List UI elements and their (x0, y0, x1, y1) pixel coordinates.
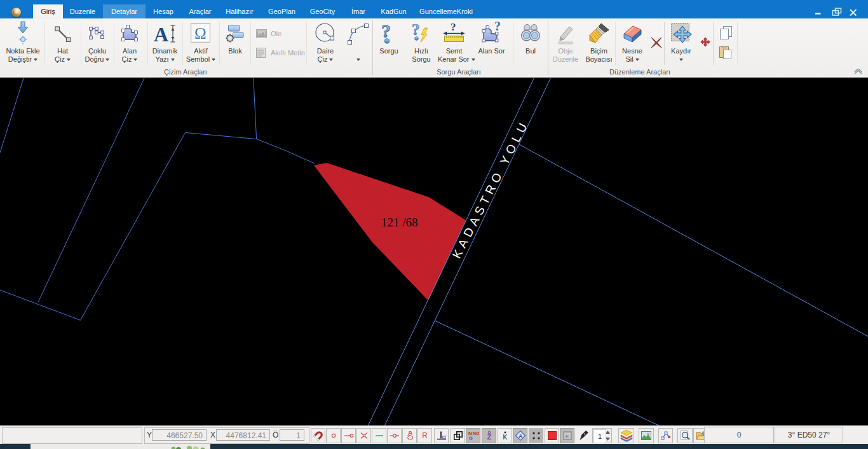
svg-text:NO: NO (473, 431, 479, 436)
svg-text:Ω: Ω (194, 25, 207, 42)
svg-text:?: ? (451, 22, 456, 33)
svg-text:A: A (154, 23, 168, 46)
svg-text:K: K (503, 434, 507, 441)
svg-text:Z: Z (487, 433, 491, 441)
svg-text:K: K (566, 434, 569, 439)
svg-text:KADASTRO YOLU: KADASTRO YOLU (450, 118, 531, 261)
svg-text:N: N (468, 431, 472, 436)
svg-text:121 /68: 121 /68 (381, 216, 418, 229)
svg-text:?: ? (412, 22, 420, 38)
svg-text:?: ? (381, 22, 391, 41)
svg-text:A: A (519, 433, 523, 439)
svg-text:?: ? (494, 22, 501, 33)
